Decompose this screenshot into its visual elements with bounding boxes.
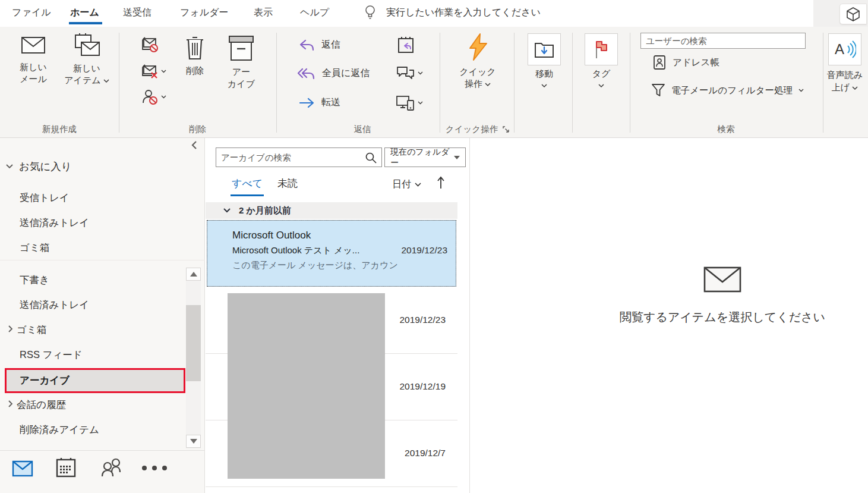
tab-home[interactable]: ホーム xyxy=(70,7,99,19)
sidebar-item-trash[interactable]: ゴミ箱 xyxy=(17,324,46,337)
new-items-label-line2: アイテム xyxy=(64,75,100,85)
cube-icon xyxy=(847,7,860,21)
nav-mail-button[interactable] xyxy=(12,460,33,477)
list-search-input[interactable] xyxy=(216,153,365,162)
tab-sendreceive[interactable]: 送受信 xyxy=(123,7,151,19)
devices-icon xyxy=(396,95,415,111)
reply-all-button[interactable]: 全員に返信 xyxy=(297,67,370,80)
move-folder-icon xyxy=(534,40,554,59)
scroll-up-button[interactable] xyxy=(186,268,201,281)
sort-direction-button[interactable] xyxy=(437,176,445,189)
address-book-icon xyxy=(652,55,667,70)
email-date: 2019/12/7 xyxy=(405,448,446,459)
sidebar-item-drafts[interactable]: 下書き xyxy=(20,274,49,287)
tab-help[interactable]: ヘルプ xyxy=(300,7,329,19)
delete-button[interactable]: 削除 xyxy=(176,35,214,77)
dialog-launcher-icon[interactable] xyxy=(503,126,510,133)
filter-email-label: 電子メールのフィルター処理 xyxy=(671,84,793,97)
read-aloud-label-line2: 上げ xyxy=(832,82,850,92)
sidebar-item-inbox-fav[interactable]: 受信トレイ xyxy=(20,191,70,205)
date-group-header[interactable]: 2 か月前以前 xyxy=(206,202,457,219)
archive-icon xyxy=(225,35,258,61)
tab-unread[interactable]: 未読 xyxy=(277,177,298,190)
new-items-button[interactable]: 新しいアイテム xyxy=(59,33,114,87)
group-divider xyxy=(514,33,515,133)
chevron-down-icon xyxy=(418,101,423,105)
email-date: 2019/12/19 xyxy=(399,381,446,392)
favorites-header[interactable]: お気に入り xyxy=(6,159,72,174)
expand-chevron-icon[interactable] xyxy=(8,325,13,332)
triangle-down-icon xyxy=(454,156,460,159)
tab-all[interactable]: すべて xyxy=(232,177,263,190)
coming-soon-button[interactable] xyxy=(839,4,867,24)
sidebar-item-sent-fav[interactable]: 送信済みトレイ xyxy=(20,216,89,230)
chevron-down-icon xyxy=(161,95,166,99)
ignore-button[interactable] xyxy=(140,36,158,53)
sidebar-item-archive[interactable]: アーカイブ xyxy=(7,370,184,391)
archive-button[interactable]: アーカイブ xyxy=(219,35,264,90)
archive-label-line1: アー xyxy=(232,67,250,77)
scrollbar-thumb[interactable] xyxy=(186,305,201,381)
list-filter-tabs: すべて 未読 日付 xyxy=(206,172,469,196)
tab-folder[interactable]: フォルダー xyxy=(180,7,229,19)
new-mail-label-line2: メール xyxy=(20,74,47,84)
reply-icon xyxy=(299,39,314,51)
quick-steps-button[interactable]: クイック操作 xyxy=(453,33,503,90)
tab-file[interactable]: ファイル xyxy=(12,7,51,19)
chat-bubbles-icon xyxy=(396,65,415,81)
forward-button[interactable]: 転送 xyxy=(299,96,340,109)
active-filter-underline xyxy=(231,194,264,196)
new-mail-button[interactable]: 新しいメール xyxy=(8,34,58,86)
move-button[interactable] xyxy=(528,33,561,65)
sort-by-label: 日付 xyxy=(392,178,411,191)
new-items-icon xyxy=(72,33,101,58)
lightbulb-icon xyxy=(364,5,377,20)
sidebar-item-sent[interactable]: 送信済みトレイ xyxy=(20,299,89,312)
reply-all-label: 全員に返信 xyxy=(322,67,370,80)
delete-label: 削除 xyxy=(186,65,204,77)
quick-steps-label-line1: クイック xyxy=(459,67,495,77)
sort-by-button[interactable]: 日付 xyxy=(392,178,421,191)
meeting-reply-button[interactable] xyxy=(397,36,415,54)
sidebar-scrollbar[interactable] xyxy=(186,268,201,449)
find-user-input[interactable] xyxy=(640,33,806,49)
svg-text:A: A xyxy=(835,41,844,57)
collapse-sidebar-button[interactable] xyxy=(191,141,197,149)
nav-calendar-button[interactable] xyxy=(56,457,76,478)
expand-chevron-icon[interactable] xyxy=(8,400,13,407)
chevron-down-icon xyxy=(798,89,804,92)
triangle-up-icon xyxy=(190,272,197,277)
im-reply-button[interactable] xyxy=(396,65,423,81)
group-label-new: 新規作成 xyxy=(6,124,113,135)
nav-people-button[interactable] xyxy=(100,458,124,477)
group-divider xyxy=(440,33,440,133)
junk-button[interactable] xyxy=(140,64,166,79)
search-scope-dropdown[interactable]: 現在のフォルダー xyxy=(384,147,466,167)
chevron-down-icon xyxy=(415,183,421,187)
scroll-down-button[interactable] xyxy=(186,435,201,448)
sidebar-item-trash-fav[interactable]: ゴミ箱 xyxy=(20,241,49,255)
tab-view[interactable]: 表示 xyxy=(254,7,273,19)
block-sender-button[interactable] xyxy=(141,89,166,105)
sidebar-item-rss[interactable]: RSS フィード xyxy=(20,348,83,362)
chevron-down-icon xyxy=(852,86,858,90)
sidebar-item-conversation-history[interactable]: 会話の履歴 xyxy=(17,398,66,412)
more-respond-button[interactable] xyxy=(396,95,423,111)
email-item-selected[interactable]: Microsoft Outlook Microsoft Outlook テスト … xyxy=(207,220,456,287)
address-book-button[interactable]: アドレス帳 xyxy=(652,55,719,70)
read-aloud-button[interactable]: A xyxy=(828,33,861,65)
magnifier-icon[interactable] xyxy=(365,152,381,164)
nav-more-button[interactable] xyxy=(141,465,170,471)
tell-me-box[interactable]: 実行したい作業を入力してください xyxy=(364,5,541,20)
sidebar-item-deleted-items[interactable]: 削除済みアイテム xyxy=(20,423,99,437)
tags-button[interactable] xyxy=(585,33,618,65)
filter-email-button[interactable]: 電子メールのフィルター処理 xyxy=(651,83,804,98)
list-search-box[interactable] xyxy=(216,147,382,167)
empty-state: 閲覧するアイテムを選択してください xyxy=(616,266,829,325)
quick-steps-label-line2: 操作 xyxy=(465,78,482,89)
reply-button[interactable]: 返信 xyxy=(299,39,340,51)
read-aloud-label: 音声読み 上げ xyxy=(820,68,868,93)
empty-state-message: 閲覧するアイテムを選択してください xyxy=(616,309,829,325)
move-label: 移動 xyxy=(528,68,561,80)
email-subject: Microsoft Outlook テスト メッ... xyxy=(232,245,359,256)
